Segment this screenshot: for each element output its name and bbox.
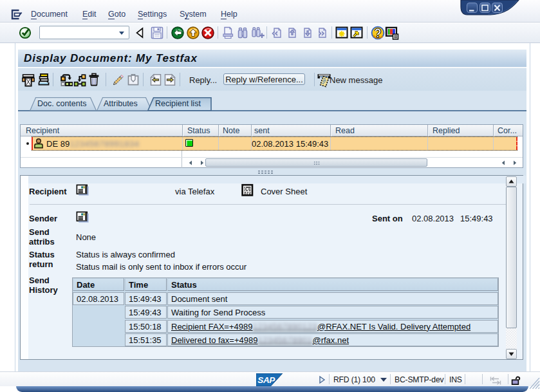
cover-sheet-icon[interactable] <box>241 183 254 197</box>
system-dropdown-icon[interactable] <box>380 378 387 382</box>
print-icon[interactable] <box>221 26 237 41</box>
tab-attributes[interactable]: Attributes <box>97 97 152 111</box>
sh-r4-status[interactable]: Delivered to fax=+498912345678901@rfax.n… <box>167 333 498 346</box>
col-sent[interactable]: sent <box>254 126 270 135</box>
statusbar-separator <box>329 374 330 384</box>
previous-document-icon[interactable] <box>149 73 163 87</box>
delete-icon[interactable] <box>87 73 101 87</box>
scroll-left-2-icon[interactable] <box>499 159 507 167</box>
col-replied[interactable]: Replied <box>433 126 460 135</box>
delivery-status-link[interactable]: Recipient FAX=+49891234567890123@RFAX.NE… <box>171 322 470 331</box>
recipient-row[interactable]: DE 8912345678991834 02.08.2013 15:49:43 <box>21 136 523 151</box>
splitter-handle[interactable] <box>257 170 274 174</box>
next-document-icon[interactable] <box>163 73 177 87</box>
new-message-icon[interactable] <box>317 73 331 87</box>
print-fax-icon[interactable] <box>22 73 36 87</box>
menu-goto[interactable]: Goto <box>108 10 126 19</box>
menu-document[interactable]: Document <box>31 10 68 19</box>
display-change-icon[interactable] <box>111 73 125 87</box>
new-session-icon[interactable] <box>335 26 351 41</box>
scroll-down-icon[interactable] <box>506 349 517 359</box>
window-controls <box>451 0 528 22</box>
minimize-button[interactable] <box>467 3 478 13</box>
system-info[interactable]: RFD (1) 100 <box>333 375 375 384</box>
command-dropdown-icon[interactable] <box>119 32 124 35</box>
vscroll-thumb[interactable] <box>506 187 517 328</box>
menu-settings[interactable]: Settings <box>138 10 167 19</box>
sh-r1-date: 02.08.2013 <box>73 292 124 305</box>
recipient-table: Recipient Status Note sent Read Replied … <box>20 124 523 168</box>
status-bar: SAP RFD (1) 100 BC-SMTP-dev INS <box>0 371 540 386</box>
back-arrow-icon[interactable] <box>134 26 149 41</box>
sh-r1-time: 15:49:43 <box>125 292 167 305</box>
menu-edit[interactable]: Edit <box>82 10 97 19</box>
column-divider <box>218 125 219 136</box>
exit-icon[interactable] <box>186 26 201 41</box>
detail-divider <box>30 204 506 205</box>
sh-col-time: Time <box>125 278 167 291</box>
last-page-icon[interactable] <box>315 26 331 41</box>
vertical-scrollbar[interactable] <box>506 176 517 359</box>
put-in-folder-icon[interactable] <box>126 73 140 87</box>
sent-on-time: 15:49:43 <box>460 214 493 223</box>
reply-button[interactable]: Reply... <box>189 75 217 85</box>
menu-help[interactable]: Help <box>221 10 237 19</box>
sh-r3-status[interactable]: Recipient FAX=+49891234567890123@RFAX.NE… <box>167 320 498 333</box>
first-page-icon[interactable] <box>270 26 286 41</box>
tab-doc-contents[interactable]: Doc. contents <box>30 97 97 111</box>
back-icon[interactable] <box>171 26 186 41</box>
col-cor[interactable]: Cor... <box>498 126 517 135</box>
horizontal-scrollbar[interactable] <box>21 157 523 167</box>
sender-address-icon[interactable] <box>76 210 90 224</box>
application-toolbar: Reply... Reply w/Reference... New messag… <box>18 68 526 91</box>
previous-page-icon[interactable] <box>285 26 301 41</box>
resubmission-icon[interactable] <box>59 73 73 87</box>
new-message-button[interactable]: New message <box>330 75 382 85</box>
label-line: attribs <box>29 237 55 247</box>
hscroll-thumb[interactable] <box>205 158 427 167</box>
col-read[interactable]: Read <box>335 126 355 135</box>
vscroll-track[interactable] <box>506 328 517 349</box>
col-note[interactable]: Note <box>223 126 239 135</box>
sh-r1-status: Document sent <box>167 292 498 305</box>
col-recipient[interactable]: Recipient <box>26 126 59 135</box>
scroll-left-icon[interactable] <box>187 159 194 167</box>
scroll-up-icon[interactable] <box>506 176 517 187</box>
save-icon[interactable] <box>150 26 165 41</box>
sender-label: Sender <box>29 214 57 223</box>
recipient-cell[interactable]: DE 8912345678991834 <box>46 139 139 149</box>
customize-local-layout-icon[interactable] <box>385 26 400 41</box>
forward-icon[interactable] <box>73 73 87 87</box>
cancel-icon[interactable] <box>201 26 216 41</box>
scroll-right-2-icon[interactable] <box>511 159 519 167</box>
recipient-row-selection[interactable]: DE 8912345678991834 02.08.2013 15:49:43 <box>32 136 517 151</box>
find-next-icon[interactable] <box>250 26 266 41</box>
menu-system[interactable]: System <box>180 10 207 19</box>
reply-with-reference-button[interactable]: Reply w/Reference... <box>223 73 305 85</box>
enter-icon[interactable] <box>19 26 34 41</box>
col-status[interactable]: Status <box>187 126 210 135</box>
menu-icon[interactable] <box>11 9 23 20</box>
redacted-number: 1234567890123 <box>252 322 317 331</box>
response-time-icon[interactable] <box>490 377 501 385</box>
security-lock-icon[interactable] <box>511 374 522 386</box>
close-button[interactable] <box>492 3 503 13</box>
sent-cell[interactable]: 02.08.2013 15:49:43 <box>252 139 328 149</box>
print-list-icon[interactable] <box>37 73 51 87</box>
help-icon[interactable] <box>371 26 386 41</box>
menu-label-rest: dit <box>88 10 96 19</box>
insert-mode[interactable]: INS <box>449 375 462 384</box>
next-page-icon[interactable] <box>301 26 316 41</box>
recipient-address-icon[interactable] <box>76 183 90 197</box>
tab-label: Attributes <box>104 99 138 108</box>
recipient-person-icon <box>33 138 44 149</box>
server-name: BC-SMTP-dev <box>395 375 443 384</box>
create-shortcut-icon[interactable] <box>350 26 366 41</box>
delivery-status-link[interactable]: Delivered to fax=+498912345678901@rfax.n… <box>171 335 349 345</box>
resize-grip[interactable] <box>530 378 540 390</box>
find-icon[interactable] <box>236 26 251 41</box>
maximize-button[interactable] <box>479 3 490 13</box>
tab-recipient-list[interactable]: Recipient list <box>147 97 212 111</box>
message-expand-icon[interactable] <box>318 375 326 384</box>
command-field[interactable] <box>39 26 129 39</box>
